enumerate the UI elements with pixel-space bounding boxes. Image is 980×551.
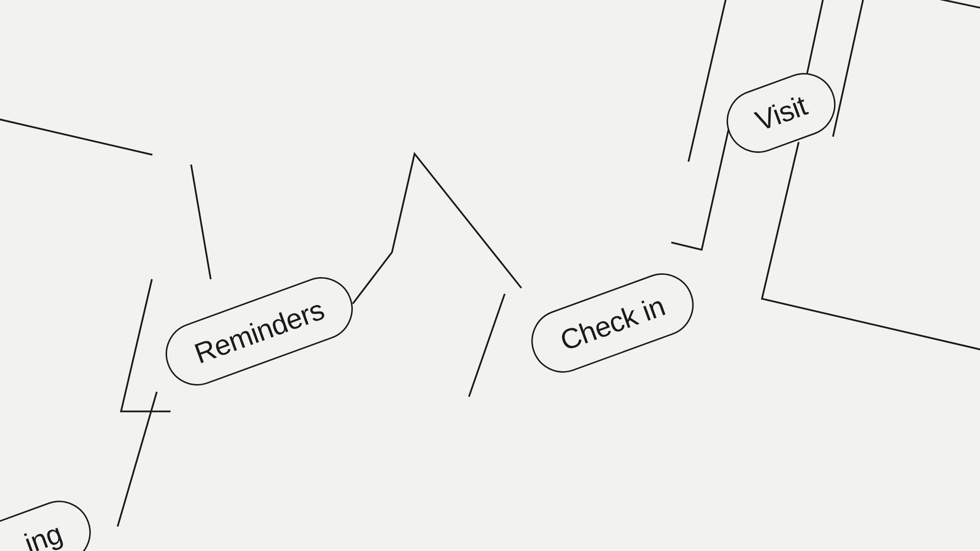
node-visit-label: Visit xyxy=(751,89,811,137)
node-partial-bottom-left-label: ing xyxy=(20,517,66,551)
diagram-canvas: Visit Check in Reminders ing xyxy=(0,0,980,551)
connector-lines xyxy=(0,0,980,551)
